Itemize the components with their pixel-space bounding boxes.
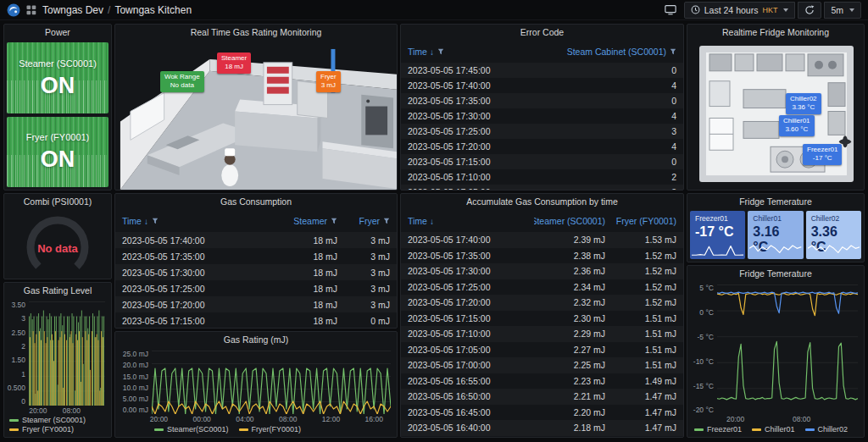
stat-freezer01: Freezer01 -17 °C bbox=[690, 211, 745, 259]
legend-item[interactable]: Fryer(FY0001) bbox=[239, 425, 302, 434]
panel-realtime-gas-monitoring: Real Time Gas Rating Monitoring bbox=[114, 24, 398, 191]
filter-icon[interactable] bbox=[437, 48, 444, 55]
x-axis: 20:0008:00 bbox=[29, 406, 105, 416]
y-tick-label: 20.0 mJ bbox=[123, 362, 148, 369]
value-cell: 2.23 mJ bbox=[534, 376, 612, 386]
refresh-button[interactable] bbox=[798, 2, 821, 19]
panel-title[interactable]: Gas Consumption bbox=[115, 194, 397, 210]
panel-title[interactable]: Combi (PSI0001) bbox=[4, 194, 111, 210]
value-cell: 3 mJ bbox=[344, 284, 397, 294]
table-row: 2023-05-05 17:10:002.29 mJ1.51 mJ bbox=[401, 326, 683, 342]
tv-mode-button[interactable] bbox=[660, 3, 681, 17]
legend-item[interactable]: Chiller02 bbox=[805, 425, 849, 434]
value-cell: 1.47 mJ bbox=[612, 391, 683, 401]
timezone-label: HKT bbox=[762, 6, 777, 14]
y-axis: 3.5032.5021.5010.5000 bbox=[6, 301, 29, 416]
legend-series-label: Chiller01 bbox=[765, 425, 795, 434]
column-header-steamer-sc0001-[interactable]: Steamer (SC0001) bbox=[534, 216, 612, 226]
column-header-time[interactable]: Time↓ bbox=[401, 216, 534, 226]
plot-area[interactable] bbox=[152, 351, 391, 414]
table-header-row: Time↓Steamer (SC0001)Fryer (FY0001) bbox=[401, 210, 683, 232]
column-header-steamer[interactable]: Steamer bbox=[283, 216, 344, 226]
value-cell: 2.27 mJ bbox=[534, 345, 612, 355]
y-tick-label: 3 bbox=[21, 315, 25, 323]
table-row: 2023-05-05 17:05:002.27 mJ1.51 mJ bbox=[401, 342, 683, 358]
x-tick-label: 08:00 bbox=[279, 415, 297, 423]
value-cell: 2 bbox=[556, 172, 683, 182]
y-tick-label: 10.0 mJ bbox=[123, 384, 148, 392]
column-header-steam-cabinet-sc0001-[interactable]: Steam Cabinet (SC0001) bbox=[556, 47, 683, 57]
legend-item[interactable]: Chiller01 bbox=[752, 425, 795, 434]
x-tick-label: 20:00 bbox=[150, 415, 168, 423]
legend-series-marker bbox=[9, 419, 19, 422]
y-axis: 25.0 mJ20.0 mJ15.0 mJ10.0 mJ5.00 mJ0.00 … bbox=[117, 351, 152, 424]
value-cell: 1.53 mJ bbox=[612, 235, 683, 245]
dashboards-icon[interactable] bbox=[26, 5, 36, 15]
panel-title[interactable]: Gas Rating (mJ) bbox=[115, 332, 397, 348]
filter-icon[interactable] bbox=[152, 218, 159, 224]
filter-icon[interactable] bbox=[383, 218, 390, 224]
column-left: Power Steamer (SC0001) ON Fryer (FY0001)… bbox=[3, 24, 112, 438]
plot-area[interactable] bbox=[717, 285, 858, 414]
breadcrumb[interactable]: Towngas Dev / Towngas Kitchen bbox=[42, 4, 192, 16]
panel-title[interactable]: Real Time Gas Rating Monitoring bbox=[115, 25, 397, 41]
x-tick-label: 08:00 bbox=[63, 406, 81, 415]
value-cell: 3 bbox=[556, 126, 683, 136]
y-tick-label: 25.0 mJ bbox=[123, 351, 148, 358]
panel-gas-rating-level: Gas Rating Level 3.5032.5021.5010.5000 2… bbox=[3, 282, 112, 438]
legend-item[interactable]: Steamer(SC0001) bbox=[154, 425, 229, 434]
time-cell: 2023-05-05 17:00:00 bbox=[401, 360, 534, 370]
fridge-badge-chiller02: Chiller02 3.36 °C bbox=[786, 93, 821, 114]
time-cell: 2023-05-05 17:30:00 bbox=[115, 268, 283, 278]
legend-series-marker bbox=[239, 428, 248, 431]
panel-title[interactable]: Error Code bbox=[401, 25, 683, 41]
time-cell: 2023-05-05 17:15:00 bbox=[401, 157, 556, 167]
column-header-time[interactable]: Time↓ bbox=[401, 47, 556, 57]
bar-chart[interactable]: 3.5032.5021.5010.5000 20:0008:00 bbox=[4, 299, 111, 416]
chart-legend: Freezer01Chiller01Chiller02 bbox=[687, 424, 864, 437]
legend-item[interactable]: Steamer (SC0001) bbox=[9, 416, 86, 424]
time-range-picker[interactable]: Last 24 hours HKT bbox=[684, 2, 796, 19]
filter-icon[interactable] bbox=[331, 218, 337, 224]
gas-badge-wok-range: Wok Range No data bbox=[160, 71, 204, 92]
panel-title[interactable]: Realtime Fridge Monitoring bbox=[687, 25, 864, 41]
panel-title[interactable]: Fridge Temerature bbox=[687, 266, 864, 282]
panel-title[interactable]: Gas Rating Level bbox=[4, 283, 111, 299]
gas-consumption-table: Time↓SteamerFryer2023-05-05 17:40:0018 m… bbox=[115, 210, 397, 328]
table-row: 2023-05-05 17:00:002.25 mJ1.51 mJ bbox=[401, 357, 683, 373]
line-chart[interactable]: 5 °C0 °C-5 °C-10 °C-15 °C-20 °C 20:0008:… bbox=[687, 282, 864, 424]
y-tick-label: 0 bbox=[21, 398, 25, 406]
refresh-interval-picker[interactable]: 5m bbox=[824, 2, 861, 19]
panel-gas-rating-chart: Gas Rating (mJ) 25.0 mJ20.0 mJ15.0 mJ10.… bbox=[114, 331, 398, 438]
panel-fridge-monitoring: Realtime Fridge Monitoring bbox=[687, 24, 865, 191]
plot-area[interactable] bbox=[29, 301, 105, 406]
column-header-fryer[interactable]: Fryer bbox=[344, 216, 397, 226]
table-row: 2023-05-05 16:50:002.21 mJ1.47 mJ bbox=[401, 389, 683, 405]
chevron-down-icon bbox=[849, 8, 854, 12]
legend-item[interactable]: Fryer (FY0001) bbox=[9, 425, 74, 434]
filter-icon[interactable] bbox=[670, 48, 676, 55]
breadcrumb-dashboard[interactable]: Towngas Kitchen bbox=[114, 4, 192, 16]
table-row: 2023-05-05 17:40:004 bbox=[401, 78, 683, 93]
app-logo[interactable] bbox=[7, 3, 20, 17]
y-tick-label: -20 °C bbox=[693, 406, 714, 414]
breadcrumb-folder[interactable]: Towngas Dev bbox=[42, 4, 103, 16]
table-row: 2023-05-05 17:05:003 bbox=[401, 185, 683, 190]
time-cell: 2023-05-05 17:40:00 bbox=[401, 235, 534, 245]
time-range-label: Last 24 hours bbox=[704, 5, 759, 15]
column-header-fryer-fy0001-[interactable]: Fryer (FY0001) bbox=[612, 216, 683, 226]
refresh-interval-label: 5m bbox=[831, 5, 843, 15]
sparkline bbox=[749, 241, 801, 258]
legend-item[interactable]: Freezer01 bbox=[694, 425, 742, 434]
time-cell: 2023-05-05 16:50:00 bbox=[401, 391, 534, 401]
panel-title[interactable]: Fridge Temerature bbox=[687, 194, 864, 210]
panel-title[interactable]: Accumulate Gas Consumption by time bbox=[401, 194, 683, 210]
table-row: 2023-05-05 17:35:000 bbox=[401, 93, 683, 108]
kitchen-floorplan-render bbox=[687, 41, 864, 190]
y-tick-label: 0 °C bbox=[699, 309, 714, 317]
line-chart[interactable]: 25.0 mJ20.0 mJ15.0 mJ10.0 mJ5.00 mJ0.00 … bbox=[115, 348, 397, 424]
column-mid-right: Error Code Time↓Steam Cabinet (SC0001)20… bbox=[400, 24, 684, 438]
table-row: 2023-05-05 17:30:0018 mJ3 mJ bbox=[115, 264, 397, 280]
panel-title[interactable]: Power bbox=[4, 25, 111, 41]
column-header-time[interactable]: Time↓ bbox=[115, 216, 283, 226]
